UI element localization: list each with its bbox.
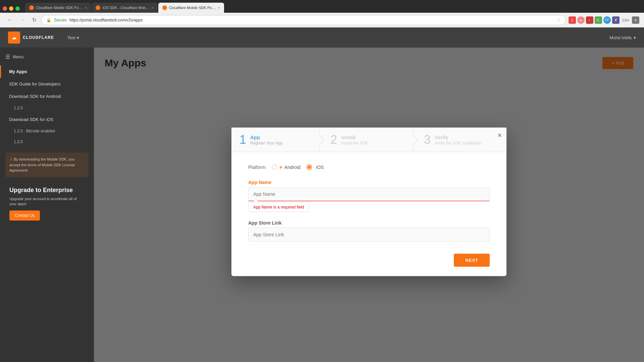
- nav-org[interactable]: Test ▾: [67, 35, 79, 40]
- ios-radio-option[interactable]: iOS: [307, 165, 324, 170]
- app-store-field-group: App Store Link: [248, 220, 490, 242]
- android-label: Android: [284, 165, 301, 170]
- modal-dialog: × 1 App Register Your App: [231, 128, 506, 276]
- step3-subtitle: Verify the SDK Installation: [435, 140, 481, 145]
- notice-text: By downloading the Mobile SDK, you accep…: [9, 157, 75, 172]
- sidebar-item-download-android[interactable]: Download SDK for Android: [0, 90, 94, 103]
- notice-icon: ⚠: [9, 157, 13, 161]
- step-1: 1 App Register Your App: [231, 128, 320, 152]
- browser-window: Cloudflare Mobile SDK Portal × iOS SDK -…: [0, 0, 644, 362]
- sidebar-item-myapps[interactable]: My Apps: [0, 65, 94, 78]
- step-2: 2 Install Install the SDK: [320, 128, 413, 152]
- ext-1[interactable]: 1: [569, 16, 576, 24]
- step3-info: Verify Verify the SDK Installation: [435, 134, 481, 145]
- android-radio-button[interactable]: [272, 165, 277, 170]
- browser-extensions: 1 ♦ ○ C CF ⚡ 12m ≡: [569, 16, 639, 24]
- modal-footer: NEXT: [231, 248, 506, 276]
- cf-logo-text: CLOUDFLARE: [23, 35, 54, 40]
- step2-title: Install: [341, 134, 368, 140]
- modal-body: Platform ● Android: [231, 152, 506, 248]
- ext-time: 12m: [621, 18, 631, 22]
- sidebar-upgrade-section: Upgrade to Enterprise Upgrade your accou…: [5, 183, 89, 225]
- step-3: 3 Verify Verify the SDK Installation: [413, 128, 506, 152]
- tab1-label: Cloudflare Mobile SDK Portal: [36, 6, 83, 10]
- forward-button[interactable]: →: [17, 15, 28, 25]
- tab3-label: Cloudflare Mobile SDK Portal: [169, 6, 216, 10]
- browser-tab-3[interactable]: Cloudflare Mobile SDK Portal ×: [158, 3, 224, 13]
- step1-arrow-inner: [319, 134, 323, 145]
- refresh-button[interactable]: ↻: [30, 15, 39, 24]
- step2-number: 2: [330, 134, 337, 146]
- step2-subtitle: Install the SDK: [341, 140, 368, 145]
- next-button[interactable]: NEXT: [454, 254, 490, 267]
- tab2-close[interactable]: ×: [151, 6, 153, 10]
- ext-6[interactable]: ⚡: [612, 16, 620, 24]
- tab3-favicon: [162, 5, 167, 10]
- tab1-close[interactable]: ×: [85, 6, 87, 10]
- address-bar[interactable]: 🔒 Secure https://portal.cloudflarebolt.c…: [41, 15, 566, 25]
- upgrade-title: Upgrade to Enterprise: [9, 187, 85, 194]
- menu-label: Menu: [13, 54, 24, 59]
- cf-logo-icon: ☁: [8, 32, 20, 44]
- browser-tab-2[interactable]: iOS SDK - Cloudflare Mobile S... ×: [92, 3, 157, 13]
- step1-info: App Register Your App: [250, 134, 282, 145]
- close-btn[interactable]: [3, 6, 7, 11]
- app-store-label: App Store Link: [248, 220, 490, 226]
- ext-4[interactable]: C: [595, 16, 602, 24]
- nav-user-name: Mohd Irtefa: [609, 35, 632, 40]
- ext-5[interactable]: CF: [603, 16, 611, 24]
- browser-tabs-bar: Cloudflare Mobile SDK Portal × iOS SDK -…: [0, 0, 644, 13]
- platform-row: Platform ● Android: [248, 164, 490, 170]
- app-name-error-tooltip: App Name is a required field: [248, 202, 309, 212]
- app-store-input[interactable]: [248, 228, 490, 242]
- android-radio-option[interactable]: ● Android: [272, 164, 301, 170]
- steps-header: 1 App Register Your App 2: [231, 128, 506, 152]
- app-name-field-group: App Name App Name is a required field: [248, 180, 490, 212]
- nav-org-arrow: ▾: [77, 35, 79, 40]
- step1-subtitle: Register Your App: [250, 140, 282, 145]
- upgrade-desc: Upgrade your account to accelerate all o…: [9, 196, 85, 207]
- browser-toolbar: ← → ↻ 🔒 Secure https://portal.cloudflare…: [0, 13, 644, 27]
- platform-label: Platform: [248, 165, 266, 170]
- tab2-label: iOS SDK - Cloudflare Mobile S...: [102, 6, 149, 10]
- tab1-favicon: [29, 5, 34, 10]
- step1-number: 1: [239, 134, 246, 146]
- android-icon: ●: [279, 164, 282, 170]
- bookmark-icon[interactable]: ☆: [556, 17, 561, 23]
- sidebar-menu-btn[interactable]: ☰ Menu: [0, 51, 94, 63]
- secure-icon: 🔒: [46, 18, 51, 22]
- sidebar-item-download-ios[interactable]: Download SDK for iOS: [0, 113, 94, 126]
- nav-org-name: Test: [67, 35, 75, 40]
- secure-label: Secure: [54, 18, 67, 22]
- minimize-btn[interactable]: [9, 6, 13, 11]
- nav-user[interactable]: Mohd Irtefa ▾: [609, 35, 636, 40]
- cf-logo: ☁ CLOUDFLARE: [8, 32, 54, 44]
- tab3-close[interactable]: ×: [218, 6, 220, 10]
- back-button[interactable]: ←: [5, 15, 15, 25]
- ext-7[interactable]: ≡: [632, 16, 639, 24]
- cf-body: ☰ Menu My Apps SDK Guide for Developers …: [0, 48, 644, 362]
- app-name-input[interactable]: [248, 187, 490, 201]
- window-controls: [3, 6, 20, 11]
- ios-radio-button[interactable]: [307, 165, 312, 170]
- nav-user-arrow: ▾: [634, 35, 636, 40]
- tab2-favicon: [96, 5, 100, 10]
- cf-nav: ☁ CLOUDFLARE Test ▾ Mohd Irtefa ▾: [0, 27, 644, 48]
- maximize-btn[interactable]: [15, 6, 20, 11]
- upgrade-button[interactable]: Contact Us: [9, 210, 40, 221]
- sidebar-item-ios-version[interactable]: 1.2.0: [0, 136, 94, 147]
- sidebar-item-sdk-guide[interactable]: SDK Guide for Developers: [0, 78, 94, 90]
- address-url: https://portal.cloudflarebolt.com/v2s/ap…: [69, 18, 554, 22]
- sidebar-item-ios-bitcode[interactable]: 1.2.0 · Bitcode enabled: [0, 126, 94, 136]
- step2-info: Install Install the SDK: [341, 134, 368, 145]
- browser-tab-1[interactable]: Cloudflare Mobile SDK Portal ×: [25, 3, 91, 13]
- ext-2[interactable]: ♦: [577, 16, 585, 24]
- step3-number: 3: [424, 134, 431, 146]
- menu-icon: ☰: [5, 54, 10, 60]
- ext-3[interactable]: ○: [586, 16, 593, 24]
- modal-close-button[interactable]: ×: [497, 132, 502, 139]
- sidebar-item-android-version[interactable]: 1.2.0: [0, 103, 94, 113]
- browser-chrome: Cloudflare Mobile SDK Portal × iOS SDK -…: [0, 0, 644, 27]
- ios-label: iOS: [316, 165, 324, 170]
- error-message: App Name is a required field: [248, 202, 309, 212]
